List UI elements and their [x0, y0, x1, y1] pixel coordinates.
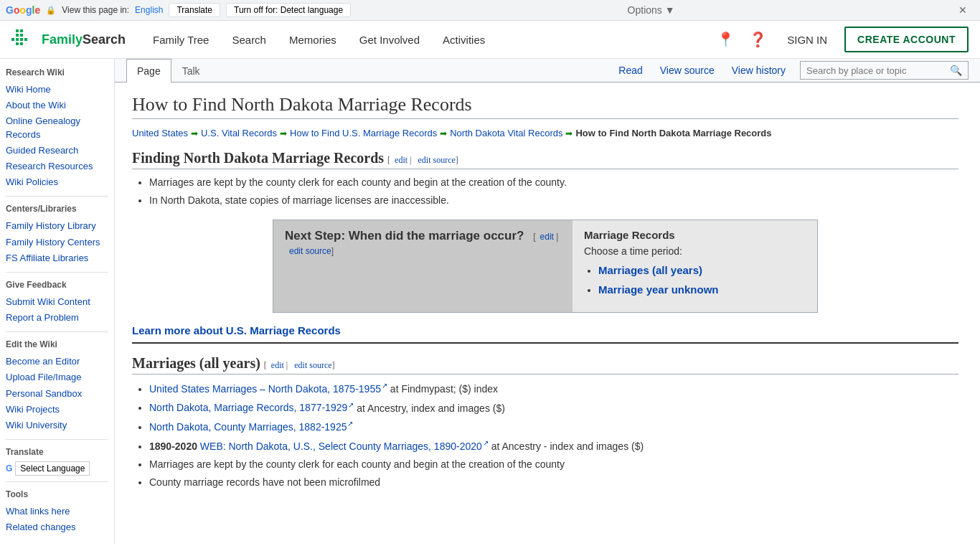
marriages-all-years-link[interactable]: Marriages (all years) [598, 264, 702, 276]
sidebar-wiki-home[interactable]: Wiki Home [6, 82, 108, 98]
content-wrapper: Research Wiki Wiki Home About the Wiki O… [0, 59, 980, 545]
tab-view-history[interactable]: View history [723, 59, 794, 82]
nav-search[interactable]: Search [222, 28, 276, 52]
sidebar-wiki-projects[interactable]: Wiki Projects [6, 402, 108, 418]
svg-rect-8 [24, 38, 27, 41]
sidebar-wiki-university[interactable]: Wiki University [6, 418, 108, 433]
info-edit-source-link[interactable]: edit source [289, 246, 331, 256]
section2-edit-link[interactable]: edit [271, 360, 284, 370]
sidebar-divider-1 [6, 196, 108, 197]
list-item: Marriages are kept by the county clerk f… [149, 457, 958, 472]
list-item: 1890-2020 WEB: North Dakota, U.S., Selec… [149, 438, 958, 454]
main-nav: FamilySearch Family Tree Search Memories… [0, 21, 980, 59]
record-link-3[interactable]: North Dakota, County Marriages, 1882-192… [149, 421, 353, 433]
section1-edit-source-link[interactable]: edit source [418, 155, 455, 165]
select-language-button[interactable]: Select Language [15, 461, 90, 476]
create-account-button[interactable]: CREATE ACCOUNT [844, 27, 969, 52]
section1-edit-link[interactable]: edit [395, 155, 407, 165]
sidebar-report-problem[interactable]: Report a Problem [6, 310, 108, 326]
wiki-search-box: 🔍 [800, 61, 969, 80]
svg-rect-5 [11, 38, 14, 41]
breadcrumb-us-marriage[interactable]: How to Find U.S. Marriage Records [290, 128, 437, 138]
marriages-list: United States Marriages – North Dakota, … [149, 380, 958, 490]
translate-options-button[interactable]: Options ▼ [621, 3, 682, 17]
give-feedback-title: Give Feedback [6, 280, 108, 290]
list-item: United States Marriages – North Dakota, … [149, 380, 958, 397]
tab-talk[interactable]: Talk [171, 59, 211, 83]
breadcrumb-us[interactable]: United States [132, 128, 188, 138]
translate-prefix: View this page in: [62, 5, 129, 15]
info-left-cell: Next Step: When did the marriage occur? … [273, 220, 573, 313]
record-link-4[interactable]: WEB: North Dakota, U.S., Select County M… [200, 441, 489, 452]
sidebar-submit-wiki[interactable]: Submit Wiki Content [6, 294, 108, 310]
sidebar-online-genealogy[interactable]: Online Genealogy Records [6, 113, 108, 142]
logo-link[interactable]: FamilySearch [11, 27, 126, 52]
page-tabs: Page Talk Read View source View history … [115, 59, 980, 83]
bold-year: 1890-2020 [149, 441, 197, 452]
nav-memories[interactable]: Memories [279, 28, 347, 52]
learn-more-link[interactable]: Learn more about U.S. Marriage Records [132, 324, 341, 336]
list-item: Marriages (all years) [598, 263, 806, 279]
sidebar-wiki-policies[interactable]: Wiki Policies [6, 174, 108, 190]
svg-rect-4 [20, 34, 23, 37]
tools-title: Tools [6, 489, 108, 499]
breadcrumb-arrow-1: ➡ [191, 128, 198, 138]
location-icon-button[interactable]: 📍 [714, 28, 738, 51]
list-item: In North Dakota, state copies of marriag… [149, 193, 958, 208]
turn-off-button[interactable]: Turn off for: Detect language [226, 3, 351, 17]
nav-family-tree[interactable]: Family Tree [143, 28, 219, 52]
svg-rect-7 [20, 38, 23, 41]
translate-bar: Google 🔒 View this page in: English Tran… [0, 0, 980, 21]
record-link-2[interactable]: North Dakota, Marriage Records, 1877-192… [149, 402, 354, 413]
sign-in-button[interactable]: SIGN IN [778, 28, 836, 52]
section2-edit-source-link[interactable]: edit source [294, 360, 331, 370]
tab-page[interactable]: Page [126, 59, 171, 83]
sidebar-related-changes[interactable]: Related changes [6, 519, 108, 535]
sidebar-divider-5 [6, 481, 108, 482]
lock-icon: 🔒 [46, 6, 56, 15]
translate-button[interactable]: Translate [169, 3, 220, 17]
sidebar: Research Wiki Wiki Home About the Wiki O… [0, 59, 115, 545]
sidebar-become-editor[interactable]: Become an Editor [6, 354, 108, 369]
marriage-year-unknown-link[interactable]: Marriage year unknown [598, 283, 719, 296]
info-edit-link[interactable]: edit [540, 232, 554, 242]
translate-close-button[interactable]: ✕ [951, 3, 974, 17]
list-item: North Dakota, Marriage Records, 1877-192… [149, 400, 958, 416]
record-link-1[interactable]: United States Marriages – North Dakota, … [149, 383, 387, 395]
translate-language-link[interactable]: English [135, 5, 163, 15]
google-logo: Google [6, 4, 40, 16]
section1-list: Marriages are kept by the county clerk f… [149, 175, 958, 208]
info-table: Next Step: When did the marriage occur? … [273, 220, 818, 313]
nav-get-involved[interactable]: Get Involved [349, 28, 430, 52]
breadcrumb-arrow-3: ➡ [440, 128, 447, 138]
sidebar-research-resources[interactable]: Research Resources [6, 159, 108, 174]
sidebar-personal-sandbox[interactable]: Personal Sandbox [6, 386, 108, 402]
sidebar-what-links-here[interactable]: What links here [6, 504, 108, 519]
svg-rect-1 [16, 29, 19, 32]
article: How to Find North Dakota Marriage Record… [115, 83, 976, 507]
help-icon-button[interactable]: ❓ [746, 28, 770, 51]
learn-more-section: Learn more about U.S. Marriage Records [132, 324, 958, 344]
research-wiki-title: Research Wiki [6, 67, 108, 77]
info-right-title: Marriage Records [584, 229, 806, 241]
nav-right: 📍 ❓ SIGN IN CREATE ACCOUNT [714, 27, 969, 52]
wiki-search-button[interactable]: 🔍 [950, 65, 962, 76]
nav-links: Family Tree Search Memories Get Involved… [143, 28, 714, 52]
sidebar-fs-affiliate-libraries[interactable]: FS Affiliate Libraries [6, 250, 108, 266]
breadcrumb-arrow-4: ➡ [565, 128, 573, 138]
sidebar-family-history-centers[interactable]: Family History Centers [6, 235, 108, 250]
tab-view-source[interactable]: View source [651, 59, 723, 82]
sidebar-family-history-library[interactable]: Family History Library [6, 218, 108, 234]
svg-rect-10 [20, 42, 23, 45]
nav-activities[interactable]: Activities [433, 28, 495, 52]
breadcrumb-nd-vital[interactable]: North Dakota Vital Records [450, 128, 562, 138]
wiki-search-input[interactable] [806, 65, 950, 76]
breadcrumb-vital-records[interactable]: U.S. Vital Records [201, 128, 277, 138]
sidebar-about-wiki[interactable]: About the Wiki [6, 98, 108, 113]
sidebar-upload-file[interactable]: Upload File/Image [6, 369, 108, 385]
sidebar-divider-2 [6, 272, 108, 273]
svg-rect-9 [16, 42, 19, 45]
sidebar-guided-research[interactable]: Guided Research [6, 143, 108, 159]
svg-rect-3 [16, 34, 19, 37]
tab-read[interactable]: Read [610, 59, 651, 82]
